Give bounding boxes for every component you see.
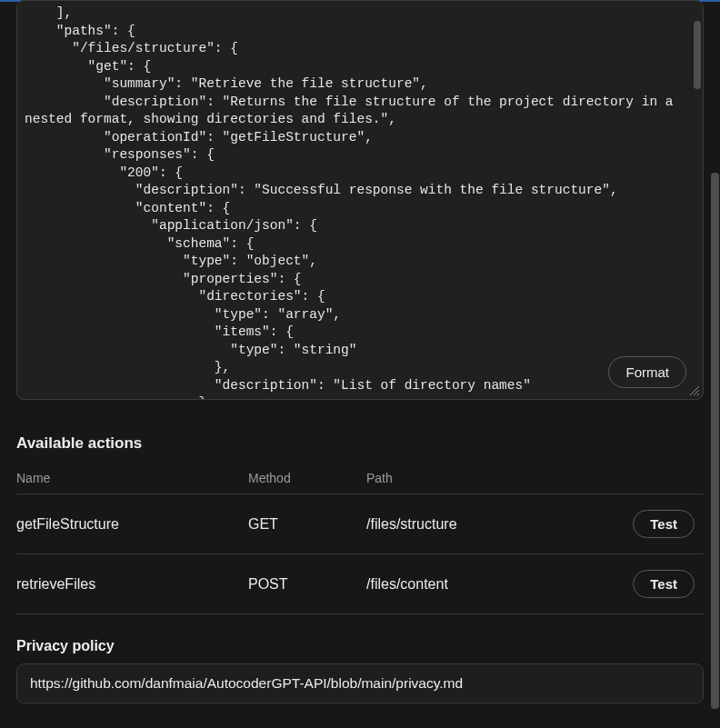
schema-code-text[interactable]: ], "paths": { "/files/structure": { "get… xyxy=(17,1,703,399)
schema-code-editor[interactable]: ], "paths": { "/files/structure": { "get… xyxy=(16,0,704,400)
test-button[interactable]: Test xyxy=(633,570,695,598)
actions-table: Name Method Path getFileStructure GET /f… xyxy=(16,467,704,614)
table-row: getFileStructure GET /files/structure Te… xyxy=(16,494,704,554)
privacy-policy-label: Privacy policy xyxy=(16,638,704,654)
page-scrollbar-thumb[interactable] xyxy=(711,173,719,709)
action-method: POST xyxy=(248,576,366,593)
format-button[interactable]: Format xyxy=(608,356,686,388)
table-row: retrieveFiles POST /files/content Test xyxy=(16,554,704,614)
column-header-method: Method xyxy=(248,471,366,485)
action-method: GET xyxy=(248,516,366,533)
action-name: retrieveFiles xyxy=(16,576,248,593)
test-button[interactable]: Test xyxy=(633,510,695,538)
column-header-name: Name xyxy=(16,471,248,485)
resize-handle-icon[interactable] xyxy=(688,384,701,397)
main-viewport: ], "paths": { "/files/structure": { "get… xyxy=(0,0,720,728)
actions-table-header: Name Method Path xyxy=(16,467,704,494)
code-editor-scrollbar-thumb[interactable] xyxy=(694,21,701,89)
action-name: getFileStructure xyxy=(16,516,248,533)
privacy-policy-input[interactable] xyxy=(16,663,704,703)
column-header-path: Path xyxy=(366,471,622,485)
available-actions-heading: Available actions xyxy=(16,434,704,453)
action-path: /files/content xyxy=(366,576,622,593)
action-path: /files/structure xyxy=(366,516,622,533)
